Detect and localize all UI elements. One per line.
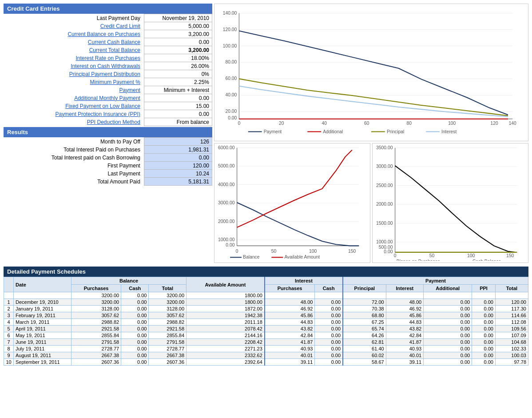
init-pur: 3200.00 bbox=[71, 292, 121, 299]
detail-row: 2 January 19, 2011 3128.00 0.00 3128.00 … bbox=[4, 306, 528, 312]
row-cash-balance: 0.00 bbox=[121, 312, 149, 319]
svg-text:Principal: Principal bbox=[387, 129, 404, 134]
entry-label[interactable]: Current Cash Balance bbox=[4, 38, 144, 46]
svg-text:Blance on Purchases: Blance on Purchases bbox=[397, 259, 440, 261]
init-ptotal bbox=[495, 292, 528, 299]
entry-row: Interest Rate on Purchases18.00% bbox=[4, 54, 212, 62]
detail-row: 4 March 19, 2011 2988.82 0.00 2988.82 20… bbox=[4, 319, 528, 326]
row-i-purchases: 42.84 bbox=[265, 332, 315, 339]
row-num: 1 bbox=[4, 299, 14, 306]
init-ipurchases bbox=[265, 292, 315, 299]
svg-text:Payment: Payment bbox=[264, 129, 282, 134]
row-pur-balance: 3200.00 bbox=[71, 299, 121, 306]
row-pur-balance: 2667.38 bbox=[71, 352, 121, 359]
init-pprincipal bbox=[343, 292, 386, 299]
row-available: 2011.18 bbox=[187, 319, 265, 326]
entry-value: 18.00% bbox=[144, 54, 212, 62]
entry-label[interactable]: Principal Payment Distribution bbox=[4, 70, 144, 78]
entry-label[interactable]: Credit Card Limit bbox=[4, 22, 144, 30]
row-pur-balance: 2607.36 bbox=[71, 359, 121, 366]
svg-text:120: 120 bbox=[491, 121, 498, 126]
row-p-total: 104.68 bbox=[495, 339, 528, 346]
row-i-purchases: 45.86 bbox=[265, 312, 315, 319]
entry-label[interactable]: Interest Rate on Purchases bbox=[4, 54, 144, 62]
svg-text:50: 50 bbox=[271, 249, 277, 254]
detail-row: 9 August 19, 2011 2667.38 0.00 2667.38 2… bbox=[4, 352, 528, 359]
init-num bbox=[4, 292, 14, 299]
row-date: February 19, 2011 bbox=[14, 312, 71, 319]
row-p-additional: 0.00 bbox=[424, 312, 472, 319]
right-panel: 140.00 120.00 100.00 80.00 60.00 40.00 2… bbox=[214, 4, 528, 263]
svg-text:3000.00: 3000.00 bbox=[376, 164, 393, 169]
col-payment-group: Payment bbox=[343, 277, 528, 285]
entry-label[interactable]: Minimum Payment % bbox=[4, 78, 144, 86]
result-value: 0.00 bbox=[144, 154, 212, 162]
detail-row: 6 May 19, 2011 2855.84 0.00 2855.84 2144… bbox=[4, 332, 528, 339]
init-pinterest bbox=[386, 292, 424, 299]
row-i-cash: 0.00 bbox=[315, 339, 343, 346]
result-label: Total Interest paid on Cash Borrowing bbox=[4, 154, 144, 162]
row-cash-balance: 0.00 bbox=[121, 319, 149, 326]
svg-text:120.00: 120.00 bbox=[223, 27, 237, 32]
svg-text:20.00: 20.00 bbox=[226, 109, 237, 114]
entry-label[interactable]: Current Total Balance bbox=[4, 46, 144, 54]
row-p-total: 120.00 bbox=[495, 299, 528, 306]
entry-row: Principal Payment Distribution0% bbox=[4, 70, 212, 78]
row-num: 2 bbox=[4, 306, 14, 312]
row-date: August 19, 2011 bbox=[14, 352, 71, 359]
entry-label[interactable]: Payment Protection Insurance (PPI) bbox=[4, 110, 144, 118]
entry-label[interactable]: Fixed Payment on Low Balance bbox=[4, 102, 144, 110]
entry-label[interactable]: Additional Monthly Payment bbox=[4, 94, 144, 102]
row-p-ppi: 0.00 bbox=[472, 359, 496, 366]
row-cash-balance: 0.00 bbox=[121, 299, 149, 306]
row-i-cash: 0.00 bbox=[315, 306, 343, 312]
row-p-principal: 62.81 bbox=[343, 339, 386, 346]
entry-value: From balance bbox=[144, 118, 212, 126]
init-total: 3200.00 bbox=[149, 292, 187, 299]
entry-row: Last Payment DayNovember 19, 2010 bbox=[4, 14, 212, 22]
entry-row: PPI Deduction MethodFrom balance bbox=[4, 118, 212, 126]
row-p-interest: 46.92 bbox=[386, 306, 424, 312]
row-total-balance: 3200.00 bbox=[149, 299, 187, 306]
row-available: 2332.62 bbox=[187, 352, 265, 359]
bottom-charts-row: 6000.00 5000.00 4000.00 3000.00 2000.00 … bbox=[214, 143, 528, 263]
row-p-ppi: 0.00 bbox=[472, 319, 496, 326]
row-available: 2144.16 bbox=[187, 332, 265, 339]
row-cash-balance: 0.00 bbox=[121, 359, 149, 366]
entry-label[interactable]: Payment bbox=[4, 86, 144, 94]
row-p-interest: 41.87 bbox=[386, 339, 424, 346]
row-i-purchases: 41.87 bbox=[265, 339, 315, 346]
svg-text:3000.00: 3000.00 bbox=[218, 200, 235, 205]
svg-text:150: 150 bbox=[506, 253, 514, 258]
entry-label[interactable]: Current Balance on Purchases bbox=[4, 30, 144, 38]
row-available: 1800.00 bbox=[187, 299, 265, 306]
row-p-ppi: 0.00 bbox=[472, 312, 496, 319]
svg-text:0: 0 bbox=[236, 249, 238, 254]
entry-label[interactable]: PPI Deduction Method bbox=[4, 118, 144, 126]
row-p-additional: 0.00 bbox=[424, 352, 472, 359]
detail-row: 7 June 19, 2011 2791.58 0.00 2791.58 220… bbox=[4, 339, 528, 346]
entry-label[interactable]: Interest on Cash Withdrawals bbox=[4, 62, 144, 70]
row-pur-balance: 2728.77 bbox=[71, 346, 121, 352]
svg-text:1000.00: 1000.00 bbox=[218, 237, 235, 242]
row-p-total: 117.30 bbox=[495, 306, 528, 312]
row-p-principal: 64.26 bbox=[343, 332, 386, 339]
entry-row: Current Total Balance3,200.00 bbox=[4, 46, 212, 54]
entry-value: 3,200.00 bbox=[144, 46, 212, 54]
init-pppi bbox=[472, 292, 496, 299]
row-p-ppi: 0.00 bbox=[472, 346, 496, 352]
left-panel: Credit Card Entries Last Payment DayNove… bbox=[4, 4, 212, 263]
bottom-left-svg: 6000.00 5000.00 4000.00 3000.00 2000.00 … bbox=[216, 145, 368, 261]
svg-text:40: 40 bbox=[322, 121, 327, 126]
col-rownum bbox=[4, 277, 14, 292]
row-p-interest: 45.86 bbox=[386, 312, 424, 319]
row-p-ppi: 0.00 bbox=[472, 339, 496, 346]
bottom-right-svg: 3500.00 3000.00 2500.00 2000.00 1500.00 … bbox=[374, 145, 526, 261]
svg-text:1500.00: 1500.00 bbox=[376, 221, 393, 226]
result-row: Total Interest paid on Cash Borrowing0.0… bbox=[4, 154, 212, 162]
row-date: March 19, 2011 bbox=[14, 319, 71, 326]
row-i-purchases: 48.00 bbox=[265, 299, 315, 306]
row-i-cash: 0.00 bbox=[315, 319, 343, 326]
bottom-right-chart: 3500.00 3000.00 2500.00 2000.00 1500.00 … bbox=[372, 143, 528, 263]
svg-text:2500.00: 2500.00 bbox=[376, 183, 393, 188]
